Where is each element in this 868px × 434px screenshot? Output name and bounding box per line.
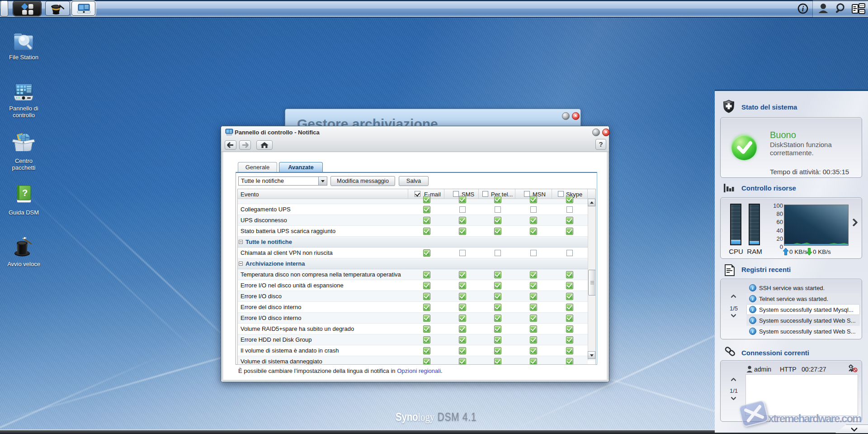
- svg-text:i: i: [802, 5, 804, 13]
- svg-text:?: ?: [22, 188, 28, 198]
